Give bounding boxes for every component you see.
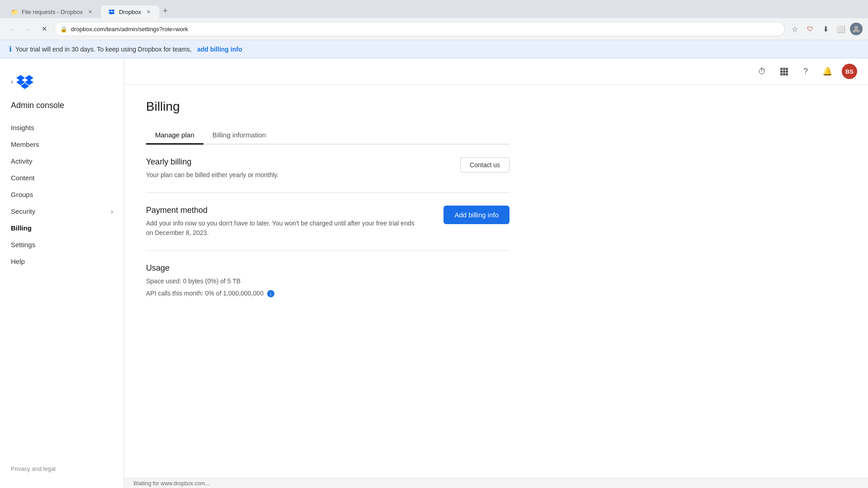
- sidebar-item-settings[interactable]: Settings: [0, 236, 124, 253]
- payment-method-desc: Add your info now so you don't have to l…: [146, 219, 417, 238]
- svg-rect-14: [786, 73, 788, 75]
- contact-us-button[interactable]: Contact us: [460, 157, 509, 173]
- user-avatar[interactable]: BS: [842, 64, 857, 79]
- svg-rect-7: [783, 68, 785, 70]
- usage-space: Space used: 0 bytes (0%) of 5 TB: [146, 277, 417, 286]
- insights-label: Insights: [11, 124, 34, 131]
- help-label: Help: [11, 258, 25, 265]
- tab2-close[interactable]: ✕: [145, 8, 152, 15]
- content-label: Content: [11, 174, 35, 182]
- usage-api: API calls this month: 0% of 1,000,000,00…: [146, 289, 417, 298]
- billing-tab-nav: Manage plan Billing information: [146, 127, 509, 145]
- members-label: Members: [11, 141, 39, 148]
- lock-icon: 🔒: [60, 26, 67, 33]
- svg-rect-8: [786, 68, 788, 70]
- notification-link[interactable]: add billing info: [197, 46, 242, 53]
- usage-section: Usage Space used: 0 bytes (0%) of 5 TB A…: [146, 251, 509, 311]
- sidebar-item-insights[interactable]: Insights: [0, 119, 124, 136]
- svg-rect-9: [780, 70, 783, 73]
- forward-button[interactable]: →: [22, 23, 34, 35]
- admin-console-heading: Admin console: [0, 101, 124, 119]
- notifications-icon[interactable]: 🔔: [820, 64, 835, 79]
- payment-method-action: Add billing info: [443, 206, 509, 224]
- status-bar: Waiting for www.dropbox.com...: [124, 478, 868, 488]
- api-info-icon[interactable]: i: [267, 290, 274, 297]
- help-icon[interactable]: ?: [798, 64, 813, 79]
- tab1-close[interactable]: ✕: [86, 8, 94, 15]
- browser-toolbar: ← → ✕ 🔒 dropbox.com/team/admin/settings?…: [0, 18, 868, 40]
- security-label: Security: [11, 207, 35, 215]
- tab2-favicon: [108, 8, 115, 15]
- sidebar-item-help[interactable]: Help: [0, 253, 124, 270]
- notification-text: Your trial will end in 30 days. To keep …: [15, 46, 192, 53]
- svg-rect-11: [786, 70, 788, 73]
- browser-chrome: 📁 File requests - Dropbox ✕ Dropbox ✕ + …: [0, 0, 868, 40]
- status-text: Waiting for www.dropbox.com...: [133, 480, 209, 487]
- usage-space-text: Space used: 0 bytes (0%) of 5 TB: [146, 277, 241, 285]
- tab2-label: Dropbox: [119, 9, 141, 15]
- yearly-billing-desc: Your plan can be billed either yearly or…: [146, 170, 417, 180]
- downloads-button[interactable]: ⬇: [819, 23, 832, 35]
- url-text: dropbox.com/team/admin/settings?role=wor…: [71, 26, 779, 33]
- back-button[interactable]: ←: [5, 23, 18, 35]
- usage-title: Usage: [146, 263, 509, 273]
- groups-label: Groups: [11, 191, 33, 198]
- tab-manage-plan[interactable]: Manage plan: [146, 127, 203, 145]
- sidebar-nav: Insights Members Activity Content Groups…: [0, 119, 124, 458]
- svg-point-0: [854, 26, 858, 29]
- notification-bar: ℹ Your trial will end in 30 days. To kee…: [0, 40, 868, 58]
- app-layout: ‹ Admin console Insights Members Activit: [0, 58, 868, 488]
- bookmark-button[interactable]: ☆: [788, 23, 801, 35]
- privacy-legal-link[interactable]: Privacy and legal: [11, 464, 113, 474]
- yearly-billing-action: Contact us: [460, 157, 509, 173]
- apps-icon[interactable]: [777, 64, 791, 79]
- profile-button[interactable]: [850, 23, 863, 35]
- settings-label: Settings: [11, 241, 35, 249]
- svg-rect-13: [783, 73, 785, 75]
- payment-method-content: Payment method Add your info now so you …: [146, 206, 433, 238]
- browser-tab-2[interactable]: Dropbox ✕: [101, 5, 159, 18]
- browser-tab-1[interactable]: 📁 File requests - Dropbox ✕: [4, 5, 101, 18]
- sidebar-logo-area: ‹: [0, 67, 124, 101]
- add-billing-info-button[interactable]: Add billing info: [443, 206, 509, 224]
- sidebar-bottom: Privacy and legal: [0, 458, 124, 479]
- dropbox-logo[interactable]: [15, 72, 35, 92]
- main-inner: Billing Manage plan Billing information …: [124, 85, 531, 325]
- sidebar: ‹ Admin console Insights Members Activit: [0, 58, 124, 488]
- yearly-billing-content: Yearly billing Your plan can be billed e…: [146, 157, 449, 180]
- payment-method-title: Payment method: [146, 206, 433, 215]
- reload-button[interactable]: ✕: [38, 23, 51, 35]
- new-tab-button[interactable]: +: [159, 5, 171, 18]
- browser-tabs: 📁 File requests - Dropbox ✕ Dropbox ✕ +: [0, 0, 868, 18]
- payment-method-row: Payment method Add your info now so you …: [146, 206, 509, 238]
- page-title: Billing: [146, 99, 509, 114]
- security-chevron: ›: [111, 208, 113, 215]
- toolbar-actions: ☆ 🛡 ⬇ ⬜: [788, 23, 863, 35]
- sidebar-item-billing[interactable]: Billing: [0, 220, 124, 236]
- yearly-billing-section: Yearly billing Your plan can be billed e…: [146, 145, 509, 193]
- extensions-button[interactable]: 🛡: [804, 23, 816, 35]
- main-content: Billing Manage plan Billing information …: [124, 85, 868, 478]
- sidebar-item-members[interactable]: Members: [0, 136, 124, 153]
- tab-groups-button[interactable]: ⬜: [835, 23, 847, 35]
- sidebar-item-content[interactable]: Content: [0, 169, 124, 186]
- yearly-billing-title: Yearly billing: [146, 157, 449, 167]
- timer-icon[interactable]: ⏱: [755, 64, 769, 79]
- svg-rect-12: [780, 73, 783, 75]
- tab1-label: File requests - Dropbox: [22, 9, 83, 15]
- yearly-billing-row: Yearly billing Your plan can be billed e…: [146, 157, 509, 180]
- sidebar-toggle[interactable]: ‹: [11, 78, 13, 86]
- sidebar-item-security[interactable]: Security ›: [0, 203, 124, 220]
- address-bar[interactable]: 🔒 dropbox.com/team/admin/settings?role=w…: [54, 22, 785, 36]
- svg-rect-10: [783, 70, 785, 73]
- sidebar-item-groups[interactable]: Groups: [0, 186, 124, 203]
- svg-rect-6: [780, 68, 783, 70]
- sidebar-item-activity[interactable]: Activity: [0, 153, 124, 169]
- tab-billing-info[interactable]: Billing information: [203, 127, 275, 145]
- right-panel: ⏱ ? 🔔 BS Billing: [124, 58, 868, 488]
- info-icon: ℹ: [9, 45, 12, 53]
- activity-label: Activity: [11, 157, 33, 165]
- billing-label: Billing: [11, 224, 32, 232]
- tab1-favicon: 📁: [11, 8, 18, 15]
- top-bar: ⏱ ? 🔔 BS: [124, 58, 868, 85]
